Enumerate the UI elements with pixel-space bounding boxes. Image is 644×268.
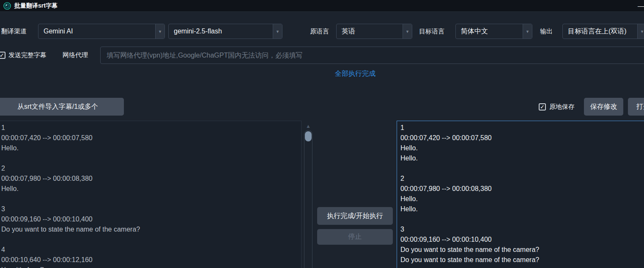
chevron-down-icon[interactable]: ▾: [273, 24, 282, 39]
model-select[interactable]: gemini-2.5-flash ▾: [168, 24, 282, 39]
source-pane-scrollbar[interactable]: ▲: [303, 122, 314, 268]
proxy-label: 网络代理: [63, 51, 88, 59]
open-button[interactable]: 打开: [628, 98, 644, 116]
source-lang-select[interactable]: 英语 ▾: [336, 24, 412, 39]
stop-button: 停止: [317, 229, 393, 245]
output-label: 输出: [540, 23, 553, 39]
save-in-place-checkbox[interactable]: ✓: [539, 103, 546, 111]
source-lang-label: 原语言: [310, 23, 329, 39]
target-lang-label: 目标语言: [419, 23, 444, 39]
proxy-input[interactable]: [100, 47, 644, 64]
send-full-subtitle-label: 发送完整字幕: [8, 51, 47, 59]
window-title: 批量翻译srt字幕: [14, 2, 58, 10]
channel-select-value: Gemini AI: [38, 24, 155, 39]
channel-label: 翻译渠道: [1, 23, 27, 39]
import-srt-button[interactable]: 从srt文件导入字幕/1或多个: [0, 98, 124, 116]
output-mode-select[interactable]: 目标语言在上(双语) ▾: [562, 24, 644, 39]
source-subtitle-textarea[interactable]: 1 00:00:07,420 --> 00:00:07,580 Hello. 2…: [0, 121, 301, 268]
scrollbar-thumb[interactable]: [305, 131, 312, 141]
minimize-button[interactable]: —: [638, 1, 644, 11]
target-lang-select-value: 简体中文: [456, 24, 523, 39]
run-button[interactable]: 执行完成/开始执行: [317, 207, 393, 225]
target-lang-select[interactable]: 简体中文 ▾: [455, 24, 532, 39]
status-text: 全部执行完成: [335, 69, 375, 78]
chevron-down-icon[interactable]: ▾: [523, 24, 532, 39]
app-logo-icon: [3, 2, 11, 10]
save-changes-button[interactable]: 保存修改: [584, 98, 623, 116]
send-full-subtitle-checkbox[interactable]: ✓: [0, 52, 5, 59]
save-in-place-label: 原地保存: [549, 103, 575, 111]
output-mode-select-value: 目标语言在上(双语): [563, 24, 637, 39]
chevron-down-icon[interactable]: ▾: [403, 24, 412, 39]
scrollbar-track[interactable]: [304, 130, 312, 268]
model-select-value: gemini-2.5-flash: [169, 24, 273, 39]
chevron-down-icon[interactable]: ▾: [637, 24, 644, 39]
scroll-up-icon[interactable]: ▲: [304, 124, 312, 129]
source-lang-select-value: 英语: [337, 24, 403, 39]
title-bar: 批量翻译srt字幕 —: [0, 0, 644, 12]
channel-select[interactable]: Gemini AI ▾: [38, 24, 165, 39]
result-subtitle-textarea[interactable]: 1 00:00:07,420 --> 00:00:07,580 Hello. H…: [397, 121, 644, 268]
chevron-down-icon[interactable]: ▾: [155, 24, 164, 39]
